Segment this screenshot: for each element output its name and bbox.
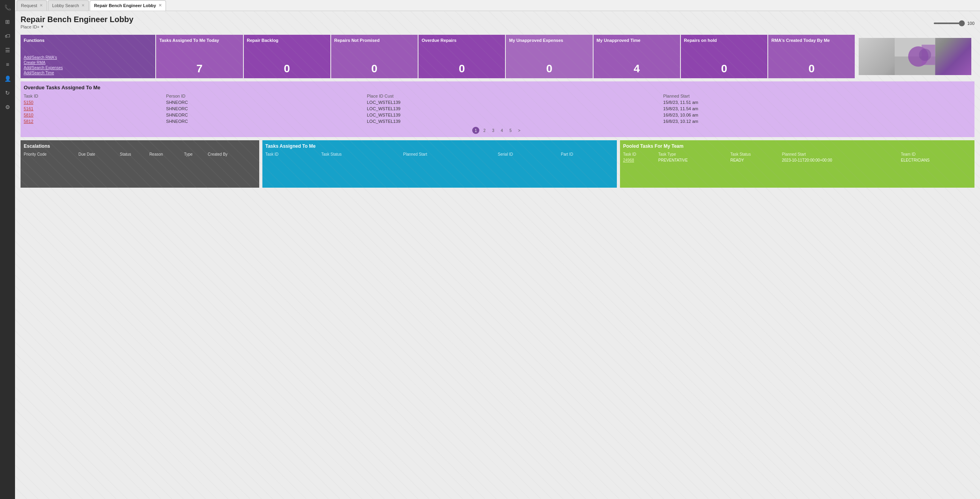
escalations-panel: Escalations Priority Code Due Date Statu… [21,140,259,188]
table-row: 24968 PREVENTATIVE READY 2023-10-11T20:0… [623,157,971,163]
page-btn-1[interactable]: 1 [472,127,479,134]
tag-icon[interactable]: 🏷 [3,32,12,40]
task-id-cell[interactable]: 5812 [24,118,166,124]
page-title: Repair Bench Engineer Lobby Place ID+ ▾ [21,15,134,32]
tab-lobby-search-close[interactable]: ✕ [81,4,85,8]
place-id-cell: LOC_WSTEL139 [367,112,663,118]
place-id-label: Place ID+ [21,24,40,29]
card-repairs-on-hold-title: Repairs on hold [684,38,764,43]
card-unapproved-expenses-value: 0 [509,62,589,75]
page-btn-next[interactable]: > [516,127,523,134]
page-header: Repair Bench Engineer Lobby Place ID+ ▾ … [21,15,974,32]
card-unapproved-expenses[interactable]: My Unapproved Expenses 0 [506,35,592,78]
tab-repair-bench-label: Repair Bench Engineer Lobby [94,3,156,8]
col-planned-start: Planned Start [663,93,971,99]
overdue-tasks-table: Task ID Person ID Place ID Cust Planned … [24,93,971,124]
card-tasks-value: 7 [159,62,239,75]
table-row: 5161 SHNEORC LOC_WSTEL139 15/8/23, 11.54… [24,105,971,112]
tab-repair-bench-close[interactable]: ✕ [158,4,162,8]
table-row: 5812 SHNEORC LOC_WSTEL139 16/8/23, 10.12… [24,118,971,124]
pt-planned-cell: 2023-10-11T20:00:00+00:00 [782,157,901,163]
pagination: 1 2 3 4 5 > [24,127,971,134]
place-id-filter[interactable]: Place ID+ ▾ [21,24,134,29]
card-repair-backlog[interactable]: Repair Backlog 0 [244,35,330,78]
ta-col-planned: Planned Start [403,151,498,157]
card-repair-backlog-title: Repair Backlog [247,38,327,43]
pt-col-status: Task Status [730,151,782,157]
tab-bar: Request ✕ Lobby Search ✕ Repair Bench En… [15,0,980,11]
zoom-value: 100 [967,21,974,26]
table-row: 5810 SHNEORC LOC_WSTEL139 16/8/23, 10.06… [24,112,971,118]
pt-taskid-cell[interactable]: 24968 [623,157,658,163]
page-btn-4[interactable]: 4 [498,127,505,134]
card-repairs-on-hold[interactable]: Repairs on hold 0 [681,35,767,78]
content-area: Repair Bench Engineer Lobby Place ID+ ▾ … [15,11,980,499]
ta-col-taskid: Task ID [266,151,321,157]
chevron-down-icon: ▾ [41,24,43,29]
card-functions-links: Add/Search RMA's Create RMA Add/Search E… [24,55,152,75]
tab-lobby-search-label: Lobby Search [52,3,79,8]
person-icon[interactable]: 👤 [3,74,12,83]
menu-icon[interactable]: ≡ [3,60,12,69]
esc-col-reason: Reason [149,151,184,157]
ta-col-serial: Serial ID [498,151,561,157]
pt-status-cell: READY [730,157,782,163]
person-id-cell: SHNEORC [166,105,367,112]
bottom-row: Escalations Priority Code Due Date Statu… [21,140,974,188]
zoom-control: 100 [933,21,974,26]
phone-icon[interactable]: 📞 [3,3,12,12]
card-unapproved-expenses-title: My Unapproved Expenses [509,38,589,43]
settings-icon[interactable]: ⚙ [3,103,12,111]
place-id-cell: LOC_WSTEL139 [367,118,663,124]
tab-lobby-search[interactable]: Lobby Search ✕ [48,0,89,11]
col-place-id-cust: Place ID Cust [367,93,663,99]
task-id-cell[interactable]: 5150 [24,99,166,105]
link-add-search-expenses[interactable]: Add/Search Expenses [24,66,152,70]
card-repairs-on-hold-value: 0 [684,62,764,75]
card-overdue-repairs-value: 0 [422,62,502,75]
planned-start-cell: 15/8/23, 11.51 am [663,99,971,105]
link-create-rma[interactable]: Create RMA [24,60,152,65]
escalations-title: Escalations [24,143,256,149]
zoom-slider[interactable] [933,23,965,24]
tab-request[interactable]: Request ✕ [17,0,47,11]
refresh-icon[interactable]: ↻ [3,89,12,97]
grid-icon[interactable]: ⊞ [3,17,12,26]
pooled-tasks-table: Task ID Task Type Task Status Planned St… [623,151,971,163]
tab-request-label: Request [21,3,37,8]
col-task-id: Task ID [24,93,166,99]
person-id-cell: SHNEORC [166,99,367,105]
pooled-tasks-title: Pooled Tasks For My Team [623,143,971,149]
page-btn-2[interactable]: 2 [481,127,488,134]
card-repairs-not-promised-title: Repairs Not Promised [334,38,415,43]
link-add-search-rmas[interactable]: Add/Search RMA's [24,55,152,60]
place-id-cell: LOC_WSTEL139 [367,105,663,112]
card-rmas-created[interactable]: RMA's Created Today By Me 0 [768,35,855,78]
list-icon[interactable]: ☰ [3,46,12,55]
overdue-tasks-title: Overdue Tasks Assigned To Me [24,85,971,90]
card-unapproved-time-title: My Unapproved Time [597,38,677,43]
page-btn-5[interactable]: 5 [507,127,514,134]
ta-col-status: Task Status [321,151,403,157]
card-unapproved-time[interactable]: My Unapproved Time 4 [594,35,680,78]
card-repair-backlog-value: 0 [247,62,327,75]
tab-repair-bench[interactable]: Repair Bench Engineer Lobby ✕ [90,0,166,11]
tab-request-close[interactable]: ✕ [40,4,43,8]
card-repairs-not-promised[interactable]: Repairs Not Promised 0 [331,35,418,78]
card-overdue-repairs[interactable]: Overdue Repairs 0 [418,35,505,78]
card-rmas-created-title: RMA's Created Today By Me [771,38,852,43]
page-btn-3[interactable]: 3 [490,127,497,134]
ta-col-part: Part ID [561,151,614,157]
sidebar: 📞 ⊞ 🏷 ☰ ≡ 👤 ↻ ⚙ [0,0,15,499]
escalations-table: Priority Code Due Date Status Reason Typ… [24,151,256,157]
task-id-cell[interactable]: 5161 [24,105,166,112]
card-functions-title: Functions [24,38,152,43]
esc-col-type: Type [184,151,208,157]
task-id-cell[interactable]: 5810 [24,112,166,118]
link-add-search-time[interactable]: Add/Search Time [24,71,152,75]
place-id-cell: LOC_WSTEL139 [367,99,663,105]
esc-col-created: Created By [208,151,256,157]
card-tasks-assigned[interactable]: Tasks Assigned To Me Today 7 [156,35,243,78]
person-id-cell: SHNEORC [166,118,367,124]
card-unapproved-time-value: 4 [597,62,677,75]
